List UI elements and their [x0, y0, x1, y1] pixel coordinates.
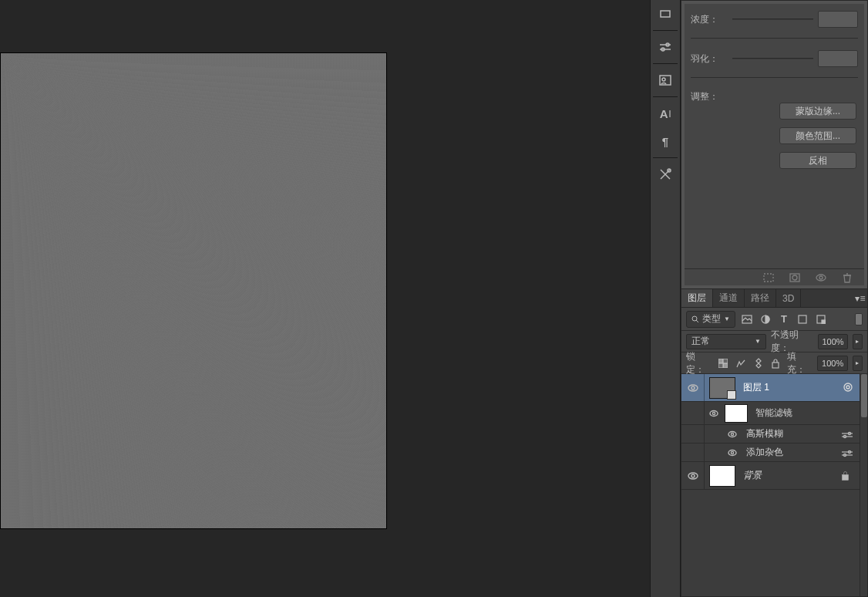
lock-all-icon[interactable]	[769, 356, 782, 370]
fill-dropdown-arrow[interactable]: ▸	[853, 356, 863, 371]
lock-fill-row: 锁定： 填充： 100% ▸	[681, 352, 867, 374]
feather-input[interactable]	[818, 50, 858, 67]
person-card-icon[interactable]	[652, 69, 678, 91]
mask-properties-inner: 浓度： 羽化： 调整： 蒙版边缘... 颜色范围... 反相	[685, 4, 864, 285]
panel-tabs: 图层 通道 路径 3D ▾≡	[681, 289, 867, 308]
sliders-icon[interactable]	[652, 36, 678, 58]
canvas-document[interactable]	[0, 52, 387, 529]
opacity-value-input[interactable]: 100%	[818, 334, 848, 349]
layer-list: 图层 1 智能滤镜 高斯模糊	[681, 374, 867, 596]
tab-3d[interactable]: 3D	[776, 289, 801, 307]
layers-panel: 图层 通道 路径 3D ▾≡ 类型 ▼ T 正常 ▼ 不透明度：	[681, 289, 868, 597]
density-slider[interactable]	[732, 19, 813, 20]
svg-rect-19	[799, 315, 806, 323]
filter-adjustment-icon[interactable]	[759, 312, 772, 326]
spacer	[681, 444, 705, 461]
lock-transparency-icon[interactable]	[717, 356, 730, 370]
visibility-toggle[interactable]	[723, 425, 742, 443]
color-range-label: 颜色范围...	[796, 130, 840, 143]
fill-value-input[interactable]: 100%	[817, 356, 847, 371]
adjust-label: 调整：	[685, 84, 864, 103]
color-range-button[interactable]: 颜色范围...	[779, 127, 856, 144]
lock-position-icon[interactable]	[752, 356, 765, 370]
adjust-buttons: 蒙版边缘... 颜色范围... 反相	[779, 103, 856, 169]
svg-point-34	[731, 433, 733, 435]
fill-label: 填充：	[787, 350, 813, 376]
layer-name[interactable]: 背景	[743, 469, 762, 482]
svg-point-12	[792, 275, 797, 280]
mask-properties-panel: 浓度： 羽化： 调整： 蒙版边缘... 颜色范围... 反相	[681, 0, 868, 289]
layer-row-background[interactable]: 背景	[681, 462, 860, 490]
smart-filter-noise-row[interactable]: 添加杂色	[681, 444, 860, 462]
spacer	[681, 425, 705, 443]
tab-layers[interactable]: 图层	[681, 289, 713, 307]
apply-mask-icon[interactable]	[789, 272, 801, 283]
character-tool-icon[interactable]: A|	[652, 103, 678, 124]
svg-rect-22	[718, 359, 723, 363]
filter-pixel-icon[interactable]	[740, 312, 754, 326]
toggle-mask-icon[interactable]	[815, 272, 827, 283]
blend-mode-select[interactable]: 正常 ▼	[686, 334, 766, 349]
trash-icon[interactable]	[841, 272, 853, 283]
smart-filter-indicator-icon[interactable]	[843, 382, 855, 394]
smart-filter-mask-thumbnail[interactable]	[725, 404, 748, 423]
lock-icon	[841, 471, 852, 481]
visibility-toggle[interactable]	[723, 444, 742, 461]
panel-menu-icon[interactable]: ▾≡	[853, 289, 867, 307]
svg-rect-26	[772, 363, 779, 368]
paragraph-tool-icon[interactable]: ¶	[652, 130, 678, 152]
density-row: 浓度：	[685, 8, 864, 30]
layer-name[interactable]: 图层 1	[743, 381, 769, 394]
smart-filters-header-row[interactable]: 智能滤镜	[681, 402, 860, 425]
mask-edge-button[interactable]: 蒙版边缘...	[779, 103, 856, 120]
layer-row-layer1[interactable]: 图层 1	[681, 374, 860, 402]
filter-toggle-switch[interactable]	[855, 313, 863, 325]
filter-name: 高斯模糊	[746, 427, 783, 440]
smart-filter-gaussian-row[interactable]: 高斯模糊	[681, 425, 860, 444]
divider	[691, 38, 858, 39]
lock-image-icon[interactable]	[734, 356, 747, 370]
divider	[691, 77, 858, 78]
tools-cross-icon[interactable]	[652, 164, 678, 185]
layer-thumbnail[interactable]	[709, 377, 735, 399]
svg-line-16	[696, 320, 698, 322]
visibility-toggle[interactable]	[681, 374, 705, 401]
layer-list-scrollbar[interactable]	[860, 374, 867, 596]
filter-shape-icon[interactable]	[796, 312, 809, 326]
density-input[interactable]	[818, 11, 858, 28]
layer-filter-row: 类型 ▼ T	[681, 308, 867, 331]
chevron-down-icon: ▼	[755, 338, 761, 345]
svg-rect-24	[723, 359, 728, 363]
svg-point-31	[710, 410, 718, 416]
svg-point-32	[712, 412, 715, 414]
filter-kind-select[interactable]: 类型 ▼	[686, 311, 735, 328]
strip-icon-top[interactable]	[652, 3, 678, 25]
filter-smart-icon[interactable]	[814, 312, 828, 326]
visibility-toggle[interactable]	[681, 462, 705, 489]
layer-list-inner: 图层 1 智能滤镜 高斯模糊	[681, 374, 860, 596]
invert-button[interactable]: 反相	[779, 152, 856, 169]
strip-divider	[653, 157, 678, 158]
fill-value: 100%	[822, 359, 843, 368]
feather-row: 羽化：	[685, 48, 864, 69]
svg-rect-47	[843, 474, 849, 480]
svg-point-46	[691, 474, 695, 477]
feather-slider[interactable]	[732, 58, 813, 59]
tab-channels[interactable]: 通道	[713, 289, 745, 307]
filter-blend-options-icon[interactable]	[841, 449, 853, 457]
tab-paths[interactable]: 路径	[745, 289, 776, 307]
visibility-toggle[interactable]	[705, 402, 723, 424]
scrollbar-thumb[interactable]	[861, 374, 867, 417]
spacer	[681, 402, 705, 424]
layer-thumbnail[interactable]	[709, 465, 735, 487]
filter-type-icon[interactable]: T	[777, 312, 791, 326]
opacity-dropdown-arrow[interactable]: ▸	[853, 334, 863, 349]
filter-blend-options-icon[interactable]	[841, 430, 853, 438]
strip-divider	[653, 30, 678, 31]
smart-object-badge-icon	[727, 390, 736, 400]
density-label: 浓度：	[691, 13, 728, 26]
load-selection-icon[interactable]	[762, 272, 775, 283]
svg-point-28	[691, 386, 695, 390]
svg-rect-21	[822, 320, 826, 324]
svg-point-29	[844, 383, 852, 391]
